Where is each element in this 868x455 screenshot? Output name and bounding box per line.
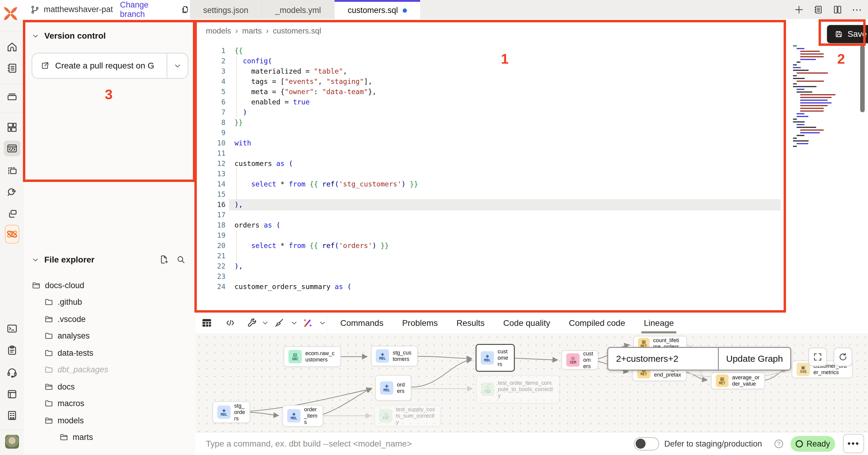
breadcrumb-models[interactable]: models <box>206 26 231 36</box>
search-icon[interactable] <box>176 255 186 265</box>
branch-name[interactable]: matthewshaver-patc <box>44 5 113 14</box>
code-line-19[interactable]: 19 <box>195 230 235 240</box>
code-line-10[interactable]: 10with <box>195 138 251 148</box>
lineage-node-ecom.raw_customers[interactable]: ▤SRCecom.raw_customers <box>284 346 341 367</box>
tree-item-marts[interactable]: marts <box>59 431 93 444</box>
breadcrumb-file[interactable]: customers.sql <box>273 26 321 36</box>
preview-table-icon[interactable] <box>201 317 213 329</box>
more-menu-icon[interactable]: ⋯ <box>852 4 862 15</box>
lineage-node-stg_orders[interactable]: ◈MDLstg_orders <box>213 401 250 423</box>
lineage-node-orders[interactable]: ◈MDLorders <box>375 375 411 401</box>
tab-settings.json[interactable]: settings.json <box>190 0 262 19</box>
tree-item-docs[interactable]: docs <box>44 380 75 394</box>
tree-item-dbt_packages[interactable]: dbt_packages <box>44 363 108 376</box>
tree-item-analyses[interactable]: analyses <box>44 329 90 342</box>
create-pr-button[interactable]: Create a pull request on Gi... <box>32 53 188 79</box>
tree-item-data-tests[interactable]: data-tests <box>44 346 93 360</box>
help-icon[interactable]: ? <box>775 439 783 448</box>
code-line-5[interactable]: 5 meta = {"owner": "data-team"}, <box>195 87 376 97</box>
refresh-graph-button[interactable] <box>834 348 852 366</box>
docs-browser-icon[interactable] <box>5 387 19 401</box>
build-wrench-icon[interactable] <box>246 317 258 329</box>
code-line-7[interactable]: 7 ) <box>195 107 247 117</box>
scrollbar-thumb[interactable] <box>860 45 865 112</box>
panel-tab-results[interactable]: Results <box>456 313 484 333</box>
format-dropdown-chevron[interactable] <box>288 317 300 329</box>
code-line-20[interactable]: 20 select * from {{ ref('orders') }} <box>195 240 389 251</box>
command-input[interactable]: Type a command, ex. dbt build --select <… <box>206 432 412 455</box>
user-avatar[interactable] <box>5 435 19 449</box>
lineage-node-test_order_items_compute_to_bools_correctly[interactable]: ◇TSTtest_order_items_compute_to_bools_co… <box>476 375 559 403</box>
code-line-17[interactable]: 17 <box>195 210 235 220</box>
code-line-16[interactable]: 16), <box>195 199 243 210</box>
code-line-21[interactable]: 21 <box>195 251 235 261</box>
code-line-14[interactable]: 14 select * from {{ ref('stg_customers')… <box>195 179 418 189</box>
build-dropdown-chevron[interactable] <box>259 317 271 329</box>
code-line-12[interactable]: 12customers as ( <box>195 159 293 169</box>
code-line-23[interactable]: 23 <box>195 271 235 282</box>
tree-item-models[interactable]: models <box>44 414 84 427</box>
windows-link-icon[interactable] <box>5 207 19 221</box>
new-tab-icon[interactable] <box>794 4 804 15</box>
version-control-header[interactable]: Version control <box>32 31 106 41</box>
more-options-button[interactable]: ••• <box>843 434 864 453</box>
save-button[interactable]: Save <box>827 25 868 43</box>
organization-icon[interactable] <box>5 408 19 422</box>
code-line-3[interactable]: 3 materialized = "table", <box>195 66 347 76</box>
panel-list-icon[interactable] <box>813 4 824 15</box>
code-line-9[interactable]: 9 <box>195 127 235 138</box>
tab-customers.sql[interactable]: customers.sql <box>335 0 421 19</box>
code-line-8[interactable]: 8}} <box>195 117 243 127</box>
panel-tab-commands[interactable]: Commands <box>340 313 383 333</box>
dbt-atom-icon[interactable] <box>5 227 19 241</box>
notebook-icon[interactable] <box>5 61 19 75</box>
split-columns-icon[interactable] <box>832 4 843 15</box>
lineage-graph[interactable]: ▤SRCecom.raw_customers◈MDLstg_customers◈… <box>195 333 868 432</box>
terminal-icon[interactable] <box>5 322 19 336</box>
clipboard-icon[interactable] <box>5 343 19 357</box>
status-badge[interactable]: Ready <box>790 436 835 452</box>
headset-support-icon[interactable] <box>5 365 19 379</box>
dashboard-grid-icon[interactable] <box>5 120 19 134</box>
new-file-icon[interactable] <box>159 254 169 265</box>
warehouse-stack-icon[interactable] <box>5 89 19 103</box>
minimap[interactable] <box>793 45 841 148</box>
canvas-frame-icon[interactable] <box>5 164 19 178</box>
change-branch-link[interactable]: Change branch <box>120 0 173 19</box>
lineage-node-customers[interactable]: ◈MDLcustomers <box>475 344 515 372</box>
breadcrumb-marts[interactable]: marts <box>242 26 262 36</box>
code-line-1[interactable]: 1{{ <box>195 46 243 56</box>
panel-tab-problems[interactable]: Problems <box>402 313 438 333</box>
code-line-22[interactable]: 22), <box>195 261 243 271</box>
code-line-2[interactable]: 2 config( <box>195 56 272 66</box>
code-line-13[interactable]: 13 <box>195 169 235 179</box>
tab-_models.yml[interactable]: _models.yml <box>262 0 335 19</box>
tree-item-.github[interactable]: .github <box>44 295 82 309</box>
lineage-node-average_order_value[interactable]: ▦METaverage_order_value <box>711 372 765 389</box>
code-editor-icon[interactable] <box>4 141 21 156</box>
file-explorer-header[interactable]: File explorer <box>32 255 95 265</box>
code-line-4[interactable]: 4 tags = ["events", "staging"], <box>195 76 372 87</box>
copy-icon[interactable] <box>180 5 190 15</box>
lineage-node-order_items[interactable]: ◈MDLorder_items <box>282 405 323 427</box>
lineage-node-customers[interactable]: ◎SEMcustomers <box>561 350 598 370</box>
panel-tab-compiled-code[interactable]: Compiled code <box>569 313 625 333</box>
dbt-logo[interactable] <box>2 5 19 24</box>
defer-toggle[interactable] <box>634 437 659 451</box>
panel-tab-lineage[interactable]: Lineage <box>644 313 674 333</box>
code-line-11[interactable]: 11 <box>195 148 235 159</box>
tree-item-docs-cloud[interactable]: docs-cloud <box>32 279 84 292</box>
lineage-node-test_supply_costs_sum_correctly[interactable]: ◇TSTtest_supply_costs_sum_correctly <box>374 405 441 427</box>
compile-code-icon[interactable] <box>224 317 236 329</box>
update-graph-button[interactable]: Update Graph <box>718 348 790 370</box>
home-icon[interactable] <box>5 40 19 54</box>
code-line-15[interactable]: 15 <box>195 189 235 199</box>
panel-tab-code-quality[interactable]: Code quality <box>503 313 550 333</box>
tree-item-.vscode[interactable]: .vscode <box>44 313 86 326</box>
fullscreen-button[interactable] <box>808 348 827 366</box>
code-editor[interactable]: models› marts› customers.sql 1{{2 config… <box>195 19 868 313</box>
explore-insights-icon[interactable] <box>5 185 19 199</box>
lineage-filter-input[interactable]: 2+customers+2 <box>608 353 718 364</box>
tree-item-macros[interactable]: macros <box>44 397 84 410</box>
pr-dropdown-chevron[interactable] <box>167 61 188 70</box>
